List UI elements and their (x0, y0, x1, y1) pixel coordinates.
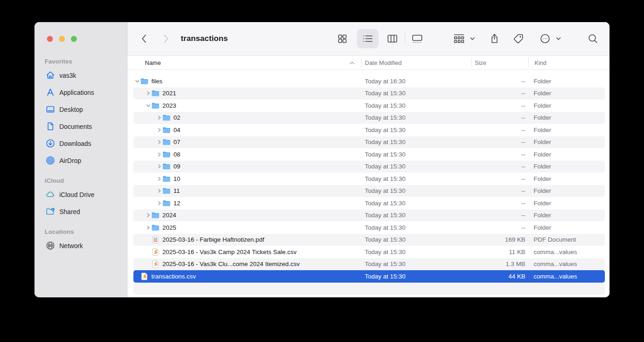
disclosure-chevron-icon[interactable] (156, 201, 162, 205)
column-header-name[interactable]: Name (145, 59, 161, 66)
name-cell: 2025-03-16 - Vas3k Camp 2024 Tickets Sal… (133, 248, 359, 256)
column-header-date-modified[interactable]: Date Modified (365, 59, 402, 66)
kind-cell: comma...values (525, 249, 605, 255)
icon-view-button[interactable] (337, 34, 347, 44)
tags-button[interactable] (513, 33, 524, 44)
disclosure-chevron-icon[interactable] (145, 91, 151, 95)
sidebar-item-network[interactable]: Network (34, 237, 127, 254)
toolbar-divider (405, 32, 405, 45)
disclosure-chevron-icon[interactable] (145, 226, 151, 230)
sidebar-item-downloads[interactable]: Downloads (34, 135, 127, 152)
disclosure-chevron-icon[interactable] (156, 152, 162, 157)
column-header-size[interactable]: Size (475, 59, 486, 66)
date-modified-cell: Today at 15:30 (359, 249, 472, 255)
file-row-2025-03-16-farbige-haftnotizen.pdf[interactable]: 2025-03-16 - Farbige Haftnotizen.pdfToda… (133, 234, 605, 246)
share-button[interactable] (489, 33, 500, 44)
name-cell: 2025-03-16 - Farbige Haftnotizen.pdf (133, 236, 359, 243)
file-row-12[interactable]: 12Today at 15:30--Folder (133, 197, 605, 209)
sidebar-item-vas3k[interactable]: vas3k (34, 67, 127, 84)
file-row-07[interactable]: 07Today at 15:30--Folder (133, 136, 605, 149)
date-modified-cell: Today at 15:30 (359, 175, 472, 182)
disclosure-chevron-icon[interactable] (156, 164, 162, 168)
name-cell: 2024 (133, 211, 359, 219)
sidebar-item-documents[interactable]: Documents (34, 118, 127, 135)
name-cell: 09 (133, 162, 359, 170)
file-row-11[interactable]: 11Today at 15:30--Folder (133, 185, 605, 197)
sidebar-item-label: Shared (59, 208, 80, 215)
folder-icon (162, 199, 171, 207)
disclosure-chevron-icon[interactable] (156, 128, 162, 132)
sidebar-section-label: Favorites (34, 58, 127, 67)
gallery-view-button[interactable] (411, 34, 423, 44)
file-row-2025[interactable]: 2025Today at 15:30--Folder (133, 221, 605, 234)
kind-cell: Folder (525, 200, 605, 207)
folder-icon (162, 162, 171, 170)
file-row-2023[interactable]: 2023Today at 15:30--Folder (133, 99, 605, 112)
search-icon[interactable] (588, 34, 598, 44)
name-cell: transactions.csv (133, 272, 359, 280)
column-divider[interactable] (361, 58, 362, 67)
date-modified-cell: Today at 15:30 (359, 102, 472, 109)
list-view-button[interactable] (362, 34, 374, 44)
documents-icon (46, 122, 55, 131)
sidebar-item-applications[interactable]: Applications (34, 84, 127, 101)
file-row-2021[interactable]: 2021Today at 15:30--Folder (133, 87, 605, 100)
disclosure-chevron-icon[interactable] (145, 104, 151, 108)
file-row-09[interactable]: 09Today at 15:30--Folder (133, 161, 605, 173)
size-cell: 11 KB (472, 249, 525, 255)
back-button[interactable] (141, 34, 147, 44)
zoom-button[interactable] (71, 36, 77, 42)
file-row-2025-03-16-vas3k-clu...come-2024-itemized.csv[interactable]: 2025-03-16 - Vas3k Clu...come 2024 Itemi… (133, 258, 605, 271)
disclosure-chevron-icon[interactable] (156, 140, 162, 144)
column-divider[interactable] (472, 58, 472, 67)
csv-icon (151, 260, 160, 268)
file-list: filesToday at 16:30--Folder2021Today at … (127, 70, 610, 297)
minimize-button[interactable] (59, 36, 65, 42)
sort-ascending-icon[interactable] (350, 59, 355, 66)
disclosure-chevron-icon[interactable] (156, 116, 162, 120)
group-by-icon[interactable] (453, 33, 465, 44)
name-cell: 12 (133, 199, 359, 207)
sidebar-item-label: Documents (59, 123, 92, 130)
close-button[interactable] (47, 36, 53, 42)
name-cell: 08 (133, 151, 359, 158)
disclosure-chevron-icon[interactable] (156, 177, 162, 181)
sidebar-section-icloud: iCloudiCloud DriveShared (34, 177, 127, 220)
empty-stripe-row (133, 283, 605, 295)
kind-cell: Folder (525, 212, 605, 219)
size-cell: -- (472, 151, 525, 158)
sidebar-item-airdrop[interactable]: AirDrop (34, 152, 127, 169)
file-row-2024[interactable]: 2024Today at 15:30--Folder (133, 209, 605, 222)
sidebar-item-shared[interactable]: Shared (34, 203, 127, 220)
date-modified-cell: Today at 15:30 (359, 273, 472, 280)
file-row-transactions.csv[interactable]: transactions.csvToday at 15:3044 KBcomma… (133, 270, 605, 283)
file-row-08[interactable]: 08Today at 15:30--Folder (133, 148, 605, 161)
file-row-10[interactable]: 10Today at 15:30--Folder (133, 173, 605, 185)
disclosure-chevron-icon[interactable] (134, 79, 140, 83)
folder-icon (162, 187, 171, 195)
sidebar-section-favorites: Favoritesvas3kApplicationsDesktopDocumen… (34, 58, 127, 169)
sidebar-item-icloud-drive[interactable]: iCloud Drive (34, 186, 127, 203)
file-row-02[interactable]: 02Today at 15:30--Folder (133, 112, 605, 124)
more-actions-button[interactable] (540, 33, 551, 44)
column-divider[interactable] (528, 58, 529, 67)
disclosure-chevron-icon[interactable] (145, 213, 151, 217)
disclosure-chevron-icon[interactable] (156, 189, 162, 193)
sidebar-item-label: Applications (59, 89, 94, 96)
shared-folder-icon (46, 207, 55, 216)
folder-icon (151, 211, 160, 219)
group-by-chevron-icon[interactable] (470, 37, 475, 41)
file-row-2025-03-16-vas3k-camp-2024-tickets-sale.csv[interactable]: 2025-03-16 - Vas3k Camp 2024 Tickets Sal… (133, 246, 605, 258)
pdf-icon (151, 236, 160, 243)
csv-icon (151, 248, 160, 256)
file-row-04[interactable]: 04Today at 15:30--Folder (133, 124, 605, 136)
forward-button[interactable] (163, 34, 169, 44)
column-view-button[interactable] (387, 34, 398, 44)
column-header-kind[interactable]: Kind (535, 59, 546, 66)
date-modified-cell: Today at 15:30 (359, 127, 472, 133)
sidebar-item-desktop[interactable]: Desktop (34, 101, 127, 118)
file-name: 07 (173, 139, 180, 145)
more-actions-chevron-icon[interactable] (556, 37, 561, 41)
file-row-files[interactable]: filesToday at 16:30--Folder (133, 75, 605, 87)
sidebar-item-label: Desktop (59, 106, 83, 113)
